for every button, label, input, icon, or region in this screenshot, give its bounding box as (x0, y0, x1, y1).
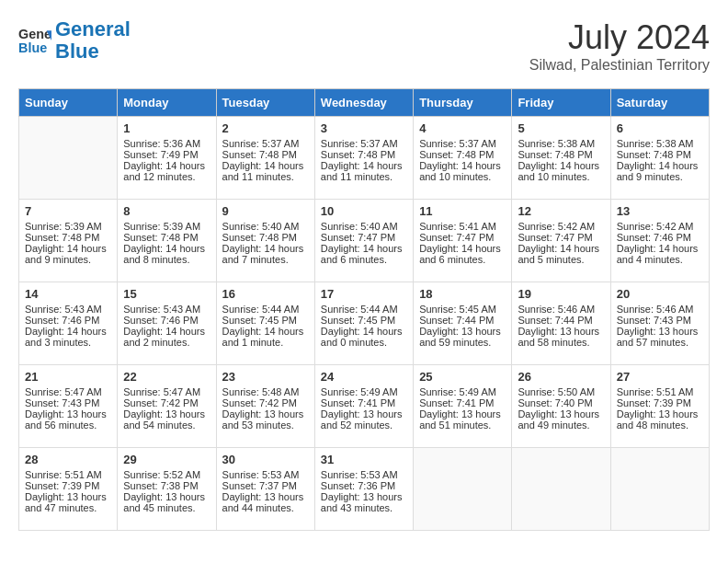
day-number: 30 (222, 453, 309, 466)
week-row-2: 7Sunrise: 5:39 AMSunset: 7:48 PMDaylight… (19, 200, 710, 282)
day-number: 31 (321, 453, 407, 466)
day-number: 24 (321, 370, 407, 384)
day-number: 29 (123, 453, 210, 466)
weekday-header-wednesday: Wednesday (314, 89, 413, 117)
daylight-text: Daylight: 13 hours and 54 minutes. (123, 408, 210, 431)
calendar-cell: 16Sunrise: 5:44 AMSunset: 7:45 PMDayligh… (216, 282, 314, 365)
sunset-text: Sunset: 7:40 PM (518, 397, 604, 408)
title-block: July 2024 Silwad, Palestinian Territory (529, 18, 710, 74)
calendar-cell: 25Sunrise: 5:49 AMSunset: 7:41 PMDayligh… (414, 365, 512, 448)
calendar-cell: 1Sunrise: 5:36 AMSunset: 7:49 PMDaylight… (118, 117, 216, 200)
sunset-text: Sunset: 7:44 PM (518, 315, 604, 326)
sunset-text: Sunset: 7:38 PM (123, 480, 210, 491)
daylight-text: Daylight: 14 hours and 6 minutes. (419, 243, 506, 265)
sunrise-text: Sunrise: 5:53 AM (222, 469, 309, 480)
weekday-header-row: SundayMondayTuesdayWednesdayThursdayFrid… (19, 89, 710, 117)
sunrise-text: Sunrise: 5:49 AM (321, 386, 407, 397)
calendar-cell: 22Sunrise: 5:47 AMSunset: 7:42 PMDayligh… (118, 365, 216, 448)
logo-line2: Blue (55, 40, 99, 63)
weekday-header-sunday: Sunday (19, 89, 118, 117)
sunrise-text: Sunrise: 5:40 AM (222, 221, 309, 232)
daylight-text: Daylight: 14 hours and 5 minutes. (518, 243, 604, 265)
day-number: 9 (222, 204, 309, 218)
day-number: 27 (617, 370, 703, 384)
day-number: 14 (25, 287, 111, 301)
sunrise-text: Sunrise: 5:42 AM (617, 221, 703, 232)
sunrise-text: Sunrise: 5:43 AM (123, 304, 210, 315)
calendar-cell: 11Sunrise: 5:41 AMSunset: 7:47 PMDayligh… (414, 200, 512, 282)
logo-icon: General Blue (18, 24, 51, 57)
calendar-cell (512, 448, 610, 531)
sunrise-text: Sunrise: 5:37 AM (321, 138, 407, 149)
sunset-text: Sunset: 7:42 PM (123, 397, 210, 408)
sunrise-text: Sunrise: 5:50 AM (518, 386, 604, 397)
week-row-1: 1Sunrise: 5:36 AMSunset: 7:49 PMDaylight… (19, 117, 710, 200)
daylight-text: Daylight: 13 hours and 56 minutes. (25, 408, 111, 431)
daylight-text: Daylight: 13 hours and 43 minutes. (321, 491, 407, 513)
sunrise-text: Sunrise: 5:39 AM (123, 221, 210, 232)
sunrise-text: Sunrise: 5:37 AM (419, 138, 506, 149)
daylight-text: Daylight: 13 hours and 59 minutes. (419, 326, 506, 348)
daylight-text: Daylight: 13 hours and 45 minutes. (123, 491, 210, 513)
calendar-cell (610, 448, 709, 531)
daylight-text: Daylight: 14 hours and 1 minute. (222, 326, 309, 348)
sunset-text: Sunset: 7:45 PM (222, 315, 309, 326)
logo-text: General Blue (55, 18, 131, 63)
daylight-text: Daylight: 14 hours and 4 minutes. (617, 243, 703, 265)
day-number: 8 (123, 204, 210, 218)
sunset-text: Sunset: 7:45 PM (321, 315, 407, 326)
sunset-text: Sunset: 7:46 PM (617, 232, 703, 243)
sunrise-text: Sunrise: 5:52 AM (123, 469, 210, 480)
daylight-text: Daylight: 14 hours and 2 minutes. (123, 326, 210, 348)
day-number: 26 (518, 370, 604, 384)
sunrise-text: Sunrise: 5:47 AM (25, 386, 111, 397)
calendar-cell: 23Sunrise: 5:48 AMSunset: 7:42 PMDayligh… (216, 365, 314, 448)
calendar-cell (19, 117, 118, 200)
calendar-cell: 24Sunrise: 5:49 AMSunset: 7:41 PMDayligh… (314, 365, 413, 448)
sunrise-text: Sunrise: 5:53 AM (321, 469, 407, 480)
calendar-cell: 19Sunrise: 5:46 AMSunset: 7:44 PMDayligh… (512, 282, 610, 365)
sunrise-text: Sunrise: 5:38 AM (617, 138, 703, 149)
sunset-text: Sunset: 7:46 PM (25, 315, 111, 326)
day-number: 25 (419, 370, 506, 384)
sunrise-text: Sunrise: 5:46 AM (518, 304, 604, 315)
sunset-text: Sunset: 7:47 PM (419, 232, 506, 243)
sunrise-text: Sunrise: 5:44 AM (321, 304, 407, 315)
sunrise-text: Sunrise: 5:47 AM (123, 386, 210, 397)
daylight-text: Daylight: 14 hours and 9 minutes. (617, 160, 703, 182)
calendar-cell: 28Sunrise: 5:51 AMSunset: 7:39 PMDayligh… (19, 448, 118, 531)
sunrise-text: Sunrise: 5:51 AM (617, 386, 703, 397)
logo: General Blue General Blue (18, 18, 131, 63)
daylight-text: Daylight: 14 hours and 11 minutes. (321, 160, 407, 182)
calendar-cell: 18Sunrise: 5:45 AMSunset: 7:44 PMDayligh… (414, 282, 512, 365)
daylight-text: Daylight: 13 hours and 44 minutes. (222, 491, 309, 513)
day-number: 22 (123, 370, 210, 384)
daylight-text: Daylight: 14 hours and 0 minutes. (321, 326, 407, 348)
calendar-cell: 4Sunrise: 5:37 AMSunset: 7:48 PMDaylight… (414, 117, 512, 200)
day-number: 10 (321, 204, 407, 218)
daylight-text: Daylight: 14 hours and 3 minutes. (25, 326, 111, 348)
day-number: 12 (518, 204, 604, 218)
sunset-text: Sunset: 7:48 PM (518, 149, 604, 160)
sunset-text: Sunset: 7:49 PM (123, 149, 210, 160)
day-number: 19 (518, 287, 604, 301)
calendar-cell (414, 448, 512, 531)
weekday-header-monday: Monday (118, 89, 216, 117)
calendar-cell: 13Sunrise: 5:42 AMSunset: 7:46 PMDayligh… (610, 200, 709, 282)
sunset-text: Sunset: 7:41 PM (321, 397, 407, 408)
sunset-text: Sunset: 7:43 PM (617, 315, 703, 326)
sunrise-text: Sunrise: 5:43 AM (25, 304, 111, 315)
daylight-text: Daylight: 13 hours and 57 minutes. (617, 326, 703, 348)
daylight-text: Daylight: 13 hours and 52 minutes. (321, 408, 407, 431)
calendar-cell: 3Sunrise: 5:37 AMSunset: 7:48 PMDaylight… (314, 117, 413, 200)
day-number: 6 (617, 121, 703, 135)
daylight-text: Daylight: 14 hours and 8 minutes. (123, 243, 210, 265)
calendar-cell: 14Sunrise: 5:43 AMSunset: 7:46 PMDayligh… (19, 282, 118, 365)
calendar-cell: 5Sunrise: 5:38 AMSunset: 7:48 PMDaylight… (512, 117, 610, 200)
sunrise-text: Sunrise: 5:40 AM (321, 221, 407, 232)
sunrise-text: Sunrise: 5:36 AM (123, 138, 210, 149)
calendar-cell: 8Sunrise: 5:39 AMSunset: 7:48 PMDaylight… (118, 200, 216, 282)
daylight-text: Daylight: 13 hours and 48 minutes. (617, 408, 703, 431)
sunset-text: Sunset: 7:37 PM (222, 480, 309, 491)
sunset-text: Sunset: 7:48 PM (25, 232, 111, 243)
